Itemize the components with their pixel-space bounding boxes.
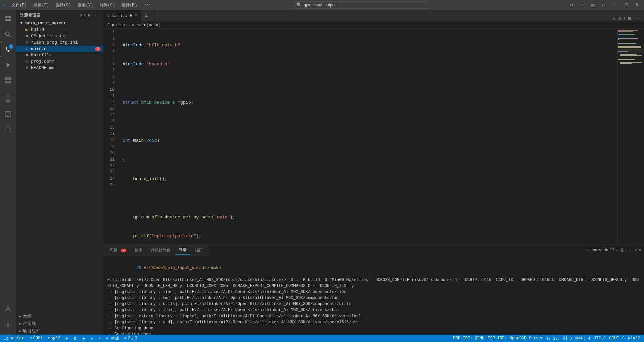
activity-account[interactable] xyxy=(1,302,15,317)
sidebar-item-cmakelists-label: CMakeLists.txt xyxy=(31,34,67,39)
terminal-more-icon[interactable]: ··· xyxy=(625,248,633,253)
breadcrumb-file[interactable]: C main.c xyxy=(107,23,127,28)
star-icon: ★ xyxy=(91,336,93,341)
status-eol[interactable]: CRLF xyxy=(608,336,620,341)
activity-settings[interactable] xyxy=(1,317,15,332)
terminal-trash-icon[interactable]: 🗑 xyxy=(620,248,624,253)
project-components-section[interactable]: ▶ 项目组件 xyxy=(16,327,103,335)
line-num-2: 2 xyxy=(103,36,117,42)
activity-extensions[interactable] xyxy=(1,73,15,88)
menu-run[interactable]: 运行(R) xyxy=(119,2,140,9)
activity-test[interactable] xyxy=(1,91,15,106)
status-git-branch[interactable]: ⎇ master xyxy=(3,336,25,341)
layout2-icon[interactable]: ▭ xyxy=(578,2,586,9)
more-actions-icon[interactable]: ··· xyxy=(633,16,641,21)
sidebar-item-projconf[interactable]: ⚙ proj.conf xyxy=(16,58,103,65)
status-generate[interactable]: ⊕ 生成 xyxy=(105,336,120,341)
layout-icon[interactable]: ⊟ xyxy=(567,2,575,9)
activity-debug[interactable] xyxy=(1,58,15,72)
conf-file-icon: ⚙ xyxy=(24,59,30,64)
sidebar-item-makefile[interactable]: M Makefile xyxy=(16,52,103,58)
tab-close-icon[interactable]: × xyxy=(135,13,137,18)
panel-tab-terminal[interactable]: 终端 xyxy=(175,246,190,255)
layout4-icon[interactable]: ⊞ xyxy=(600,2,608,9)
project-components-label: 项目组件 xyxy=(23,328,40,334)
activity-packages[interactable] xyxy=(1,122,15,137)
panel-tab-problems[interactable]: 问题 2 xyxy=(106,246,130,254)
activity-explorer[interactable] xyxy=(1,11,15,26)
status-esp32[interactable]: esp32 xyxy=(47,336,61,341)
panel-tab-debug[interactable]: 调试控制台 xyxy=(147,246,174,254)
status-espif-qemu[interactable]: ESP-IDF: QEMU xyxy=(452,336,486,341)
encoding-label: UTF-8 xyxy=(594,336,606,341)
status-trash-icon[interactable]: 🗑 xyxy=(72,336,79,341)
status-indentation[interactable]: 空格: 4 xyxy=(574,336,592,341)
split-editor-icon[interactable]: ⊟ xyxy=(628,16,631,21)
status-flash-icon[interactable]: ⚡ xyxy=(97,336,102,341)
settings-icon[interactable]: ⚙ xyxy=(618,16,621,21)
line-num-25: 25 xyxy=(103,182,117,188)
titlebar-left: ✕ 文件(F) 编辑(E) 选择(S) 查看(V) 转到(G) 运行(R) ··… xyxy=(3,1,154,9)
sidebar-item-build[interactable]: ▶ build xyxy=(16,26,103,33)
sidebar-item-readme[interactable]: ℹ README.md xyxy=(16,65,103,71)
global-search-input[interactable] xyxy=(304,3,424,7)
activity-notes[interactable] xyxy=(1,107,15,121)
outline-section[interactable]: ▶ 大纲 xyxy=(16,312,103,320)
status-encoding[interactable]: UTF-8 xyxy=(592,336,607,341)
minimize-button[interactable]: — xyxy=(610,1,619,9)
tab-modified-indicator: ● xyxy=(129,13,132,18)
menu-edit[interactable]: 编辑(E) xyxy=(31,2,52,9)
activity-search[interactable] xyxy=(1,27,15,42)
activity-source-control[interactable]: 2 xyxy=(1,42,15,57)
timeline-label: 时间线 xyxy=(23,321,36,327)
menu-view[interactable]: 查看(V) xyxy=(75,2,96,9)
download-icon[interactable]: ⬇ xyxy=(623,16,626,21)
collapse-icon[interactable]: ··· xyxy=(92,13,99,17)
status-errors[interactable]: ⊗ 2 ⚠ 0 xyxy=(123,336,139,341)
menu-goto[interactable]: 转到(G) xyxy=(97,2,118,9)
status-right: ESP-IDF: QEMU ESP-IDF: OpenOCD Server 行 … xyxy=(452,336,641,341)
panel-close-icon[interactable]: × xyxy=(639,248,641,253)
svg-rect-36 xyxy=(617,49,644,53)
refresh-icon[interactable]: ↻ xyxy=(88,13,91,17)
terminal-path: E:\1Code\gpio_input_output xyxy=(144,266,206,270)
line-num-4: 4 xyxy=(103,48,117,55)
close-button[interactable]: × xyxy=(633,1,641,9)
tab-main-c[interactable]: C main.c ● × xyxy=(103,10,141,21)
status-com1[interactable]: ⊙ COM1 xyxy=(28,336,44,341)
flash-icon: ⚡ xyxy=(98,336,101,341)
layout3-icon[interactable]: ▤ xyxy=(589,2,597,9)
new-folder-icon[interactable]: ⊞ xyxy=(84,13,87,17)
status-cursor-position[interactable]: 行 17, 列 6 xyxy=(545,336,573,341)
status-espif-openocd[interactable]: ESP-IDF: OpenOCD Server xyxy=(486,336,545,341)
sidebar-item-cmakelists[interactable]: M CMakeLists.txt xyxy=(16,33,103,39)
code-content[interactable]: #include "bflb_gpio.h" #include "board.h… xyxy=(120,29,617,244)
status-language[interactable]: C xyxy=(621,336,626,341)
sidebar-item-flash-cfg[interactable]: ≡ flash_prog_cfg.ini xyxy=(16,39,103,46)
trash-icon: 🗑 xyxy=(73,336,77,341)
timeline-section[interactable]: ▶ 时间线 xyxy=(16,320,103,327)
run-code-icon[interactable]: ▷ xyxy=(613,16,616,21)
terminal-line-10: -- Generating done xyxy=(107,331,640,335)
breadcrumb-function[interactable]: ⊕ main(void) xyxy=(132,23,161,28)
status-platform[interactable]: Win32 xyxy=(627,336,641,341)
new-file-icon[interactable]: ⊕ xyxy=(80,13,83,17)
menu-select[interactable]: 选择(S) xyxy=(53,2,74,9)
terminal-split-icon[interactable]: ⊟ xyxy=(586,248,589,253)
line-num-8: 8 xyxy=(103,74,117,80)
root-folder[interactable]: ▼ GPIO_INPUT_OUTPUT xyxy=(16,20,103,26)
terminal-content[interactable]: PS E:\1Code\gpio_input_output> make E:\a… xyxy=(103,256,644,335)
powershell-icon[interactable]: ⊟ xyxy=(616,248,618,253)
maximize-button[interactable]: □ xyxy=(622,2,630,8)
panel-tab-output[interactable]: 输出 xyxy=(131,246,146,254)
status-settings-icon[interactable]: ⚙ xyxy=(64,336,69,341)
status-star-icon[interactable]: ★ xyxy=(89,336,94,341)
tab-2[interactable]: 2 xyxy=(141,10,155,21)
status-run-icon[interactable]: ▶ xyxy=(82,336,87,341)
panel-tab-ports[interactable]: 端口 xyxy=(192,246,206,254)
menu-file[interactable]: 文件(F) xyxy=(9,2,30,9)
svg-rect-9 xyxy=(8,81,11,83)
panel-maximize-icon[interactable]: ⬆ xyxy=(635,248,637,253)
menu-more[interactable]: ··· xyxy=(141,2,154,9)
sidebar-item-main-c[interactable]: C main.c 2 xyxy=(16,46,103,52)
